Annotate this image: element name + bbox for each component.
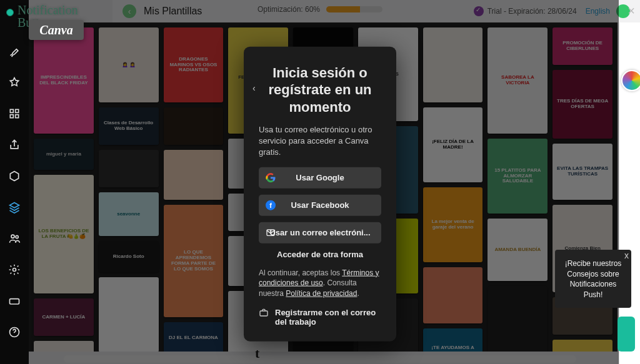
notification-dot-icon (6, 9, 14, 16)
svg-point-5 (16, 235, 18, 238)
svg-point-6 (13, 268, 16, 272)
login-facebook-button[interactable]: f Usar Facebook (259, 194, 381, 215)
svg-rect-7 (10, 299, 19, 304)
privacy-link[interactable]: Política de privacidad (286, 289, 357, 298)
right-rail (619, 22, 640, 364)
push-close-icon[interactable]: x (624, 250, 629, 262)
mail-icon (265, 227, 276, 238)
work-email-label: Registrarme con el correo del trabajo (275, 308, 381, 327)
users-icon[interactable] (7, 231, 22, 246)
auth-modal: ‹ Inicia sesión o regístrate en un momen… (244, 46, 396, 341)
push-tip-text: ¡Recibe nuestros Consejos sobre Notifica… (565, 259, 622, 299)
login-email-button[interactable]: Usar un correo electróni... (259, 222, 381, 243)
help-icon[interactable] (7, 325, 22, 340)
work-email-link[interactable]: Registrarme con el correo del trabajo (259, 308, 381, 327)
layers-icon[interactable] (7, 200, 22, 215)
gear-icon[interactable] (7, 262, 22, 277)
google-icon (265, 172, 276, 183)
star-icon[interactable] (7, 75, 22, 90)
modal-title: Inicia sesión o regístrate en un momento (259, 64, 381, 116)
palette-icon[interactable] (621, 70, 640, 91)
login-facebook-label: Usar Facebook (291, 200, 349, 210)
login-google-label: Usar Google (296, 173, 344, 182)
login-alt-link[interactable]: Acceder de otra forma (259, 249, 381, 258)
hex-icon[interactable] (7, 169, 22, 184)
svg-point-4 (11, 235, 14, 238)
svg-rect-0 (10, 109, 13, 112)
brush-icon[interactable] (7, 44, 22, 59)
canva-logo: Canva (29, 20, 84, 40)
login-email-label: Usar un correo electróni... (269, 228, 370, 237)
svg-rect-2 (10, 115, 13, 118)
modal-back-icon[interactable]: ‹ (252, 82, 256, 92)
grid-icon[interactable] (7, 106, 22, 121)
login-google-button[interactable]: Usar Google (259, 167, 381, 188)
close-icon[interactable]: × (628, 4, 635, 18)
notification-overlay-line1: Notification (18, 4, 78, 16)
share-icon[interactable] (7, 137, 22, 152)
svg-rect-3 (16, 115, 19, 118)
side-rail (0, 0, 29, 364)
facebook-icon: f (265, 199, 276, 210)
modal-subtitle: Usa tu correo electrónico u otro servici… (259, 124, 381, 159)
keyboard-icon[interactable] (7, 293, 22, 308)
push-tip: x ¡Recibe nuestros Consejos sobre Notifi… (555, 250, 631, 308)
briefcase-icon (259, 308, 269, 320)
legal-text: Al continuar, aceptas los Términos y con… (259, 267, 381, 298)
svg-rect-10 (260, 311, 268, 316)
corner-widget[interactable] (618, 317, 635, 352)
svg-rect-1 (16, 109, 19, 112)
